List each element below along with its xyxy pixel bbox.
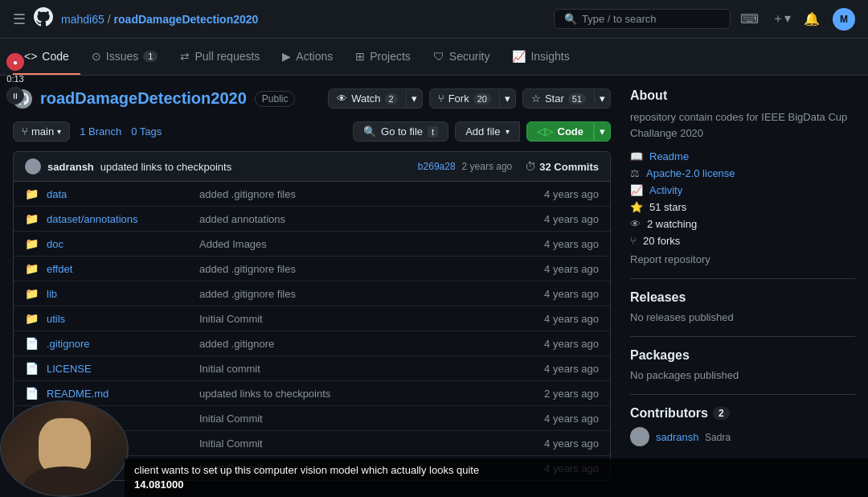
- file-commit: Initial Commit: [199, 413, 536, 425]
- file-row-lib[interactable]: 📁 lib added .gitignore files 4 years ago: [14, 281, 610, 306]
- tab-insights[interactable]: 📈 Insights: [501, 39, 580, 75]
- file-name[interactable]: README.md: [47, 388, 191, 400]
- file-name[interactable]: LICENSE: [47, 363, 191, 375]
- code-button[interactable]: ◁▷ Code: [526, 121, 595, 142]
- tab-issues[interactable]: ⊙ Issues 1: [80, 39, 170, 75]
- commit-username[interactable]: sadransh: [47, 161, 94, 173]
- commit-time: 2 years ago: [462, 161, 513, 172]
- readme-link[interactable]: 📖 Readme: [630, 150, 855, 162]
- file-time: 4 years ago: [544, 213, 599, 225]
- tab-projects[interactable]: ⊞ Projects: [344, 39, 422, 75]
- forks-stat[interactable]: ⑂ 20 forks: [630, 235, 855, 247]
- webcam-feed: [2, 402, 127, 495]
- repo-title[interactable]: roadDamageDetection2020: [40, 89, 247, 108]
- tab-pull-requests[interactable]: ⇄ Pull requests: [169, 39, 271, 75]
- tag-count-link[interactable]: 0 Tags: [131, 125, 162, 138]
- file-time: 4 years ago: [544, 263, 599, 275]
- code-label: Code: [558, 125, 584, 138]
- folder-icon: 📁: [25, 212, 39, 225]
- pause-button[interactable]: ⏸: [6, 87, 24, 105]
- file-row-data[interactable]: 📁 data added .gitignore files 4 years ag…: [14, 182, 610, 207]
- right-column: About repository contain codes for IEEE …: [630, 88, 855, 497]
- notifications-icon[interactable]: 🔔: [804, 11, 820, 27]
- branch-selector[interactable]: ⑂ main ▾: [13, 121, 70, 142]
- fork-button[interactable]: ⑂ Fork 20: [429, 88, 500, 109]
- tab-actions[interactable]: ▶ Actions: [271, 39, 344, 75]
- search-icon: 🔍: [564, 13, 577, 25]
- releases-empty: No releases published: [630, 311, 855, 323]
- watch-count: 2: [385, 93, 398, 105]
- file-row-license[interactable]: 📄 LICENSE Initial commit 4 years ago: [14, 356, 610, 381]
- folder-icon: 📁: [25, 237, 39, 250]
- tab-pr-label: Pull requests: [194, 50, 260, 63]
- contributor-name[interactable]: sadransh: [656, 431, 698, 443]
- file-row-utils[interactable]: 📁 utils Initial Commit 4 years ago: [14, 306, 610, 331]
- readme-icon: 📖: [630, 150, 643, 162]
- license-link[interactable]: ⚖ Apache-2.0 license: [630, 167, 855, 179]
- file-time: 4 years ago: [544, 288, 599, 300]
- releases-title: Releases: [630, 290, 855, 305]
- watch-arrow[interactable]: ▾: [407, 88, 423, 109]
- file-row-gitignore[interactable]: 📄 .gitignore added .gitignore 4 years ag…: [14, 331, 610, 356]
- file-name[interactable]: utils: [47, 313, 191, 325]
- nav-sep: /: [108, 13, 111, 26]
- branch-bar: ⑂ main ▾ 1 Branch 0 Tags 🔍 Go to file t …: [13, 121, 611, 142]
- star-button[interactable]: ☆ Star 51: [522, 88, 595, 109]
- fork-arrow[interactable]: ▾: [500, 88, 516, 109]
- commit-hash[interactable]: b269a28: [418, 161, 456, 172]
- nav-repo[interactable]: roadDamageDetection2020: [114, 13, 259, 26]
- file-name[interactable]: doc: [47, 238, 191, 250]
- repo-actions: 👁 Watch 2 ▾ ⑂ Fork 20 ▾: [328, 88, 611, 109]
- plus-icon[interactable]: ＋▾: [772, 10, 791, 27]
- file-row-dataset[interactable]: 📁 dataset/annotations added annotations …: [14, 207, 610, 232]
- stars-stat[interactable]: ⭐ 51 stars: [630, 201, 855, 213]
- file-row-readme[interactable]: 📄 README.md updated links to checkpoints…: [14, 381, 610, 406]
- branch-name: main: [31, 125, 54, 138]
- hamburger-icon[interactable]: ☰: [13, 10, 26, 28]
- contributor-item[interactable]: sadransh Sadra: [630, 427, 855, 446]
- tab-security[interactable]: 🛡 Security: [422, 39, 502, 75]
- file-name[interactable]: .gitignore: [47, 338, 191, 350]
- packages-section: Packages No packages published: [630, 348, 855, 381]
- file-time: 4 years ago: [544, 313, 599, 325]
- star-count: 51: [568, 93, 586, 105]
- file-name[interactable]: lib: [47, 288, 191, 300]
- branch-count-link[interactable]: 1 Branch: [80, 125, 121, 138]
- tab-actions-label: Actions: [296, 50, 333, 63]
- divider-1: [630, 278, 855, 279]
- branch-arrow-icon: ▾: [57, 127, 61, 136]
- code-arrow[interactable]: ▾: [594, 121, 611, 142]
- divider-2: [630, 336, 855, 337]
- search-bar[interactable]: 🔍 Type / to search: [554, 9, 731, 29]
- star-label: Star: [545, 92, 564, 105]
- file-commit: Initial commit: [199, 363, 536, 375]
- nav-user[interactable]: mahdi65: [61, 13, 104, 26]
- avatar[interactable]: M: [833, 8, 855, 31]
- packages-empty: No packages published: [630, 369, 855, 381]
- terminal-icon[interactable]: ⌨: [740, 11, 759, 27]
- go-to-file-button[interactable]: 🔍 Go to file t: [353, 121, 448, 142]
- activity-link[interactable]: 📈 Activity: [630, 184, 855, 196]
- packages-title: Packages: [630, 348, 855, 363]
- file-row-doc[interactable]: 📁 doc Added Images 4 years ago: [14, 232, 610, 257]
- branch-icon: ⑂: [22, 125, 28, 138]
- fork-icon: ⑂: [438, 92, 444, 105]
- star-arrow[interactable]: ▾: [595, 88, 611, 109]
- commit-count[interactable]: 32 Commits: [539, 161, 599, 173]
- tab-code-label: Code: [42, 50, 68, 63]
- file-commit: added .gitignore: [199, 338, 536, 350]
- file-commit: added .gitignore files: [199, 188, 536, 200]
- about-title: About: [630, 88, 855, 103]
- go-to-file-label: Go to file: [381, 125, 423, 138]
- file-name[interactable]: dataset/annotations: [47, 213, 191, 225]
- report-link[interactable]: Report repository: [630, 253, 855, 265]
- folder-icon: 📁: [25, 287, 39, 300]
- watching-stat[interactable]: 👁 2 watching: [630, 218, 855, 230]
- file-name[interactable]: effdet: [47, 263, 191, 275]
- folder-icon: 📁: [25, 187, 39, 200]
- file-name[interactable]: data: [47, 188, 191, 200]
- add-file-button[interactable]: Add file ▾: [455, 121, 519, 142]
- file-row-effdet[interactable]: 📁 effdet added .gitignore files 4 years …: [14, 257, 610, 281]
- watch-button[interactable]: 👁 Watch 2: [328, 88, 406, 109]
- commit-message: updated links to checkpoints: [100, 161, 231, 173]
